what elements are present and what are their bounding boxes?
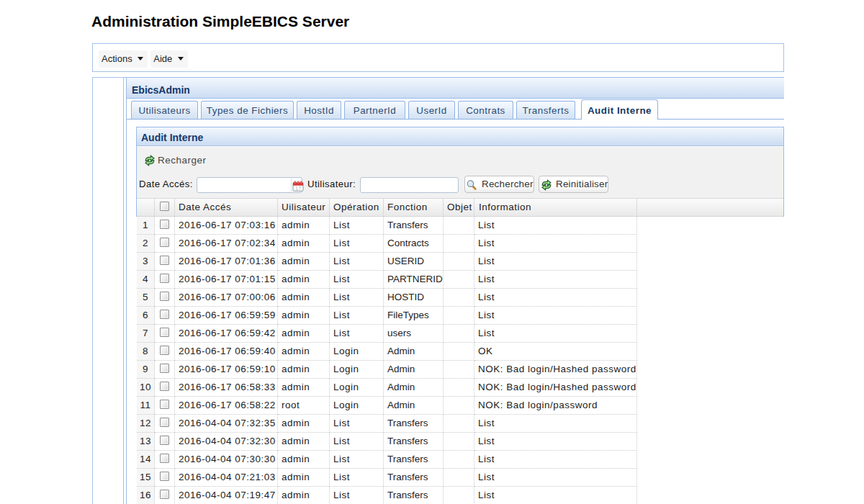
svg-text:17: 17: [295, 186, 302, 191]
